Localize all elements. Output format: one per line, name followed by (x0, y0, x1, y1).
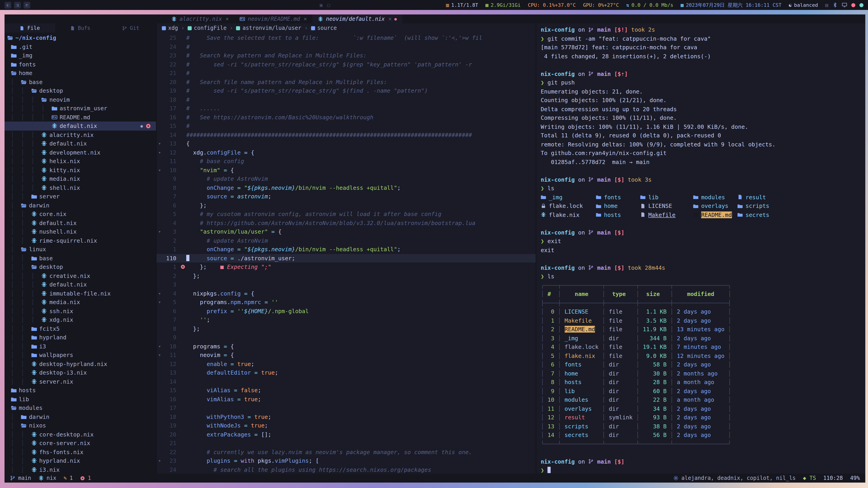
editor-line[interactable]: 20# Search file name pattern and Replace… (156, 77, 536, 86)
tab-neovim/README.md[interactable]: neovim/README.md× (234, 14, 312, 24)
tree-item-shell.nix[interactable]: │ │ │ shell.nix (4, 183, 156, 192)
close-icon[interactable]: × (225, 16, 229, 22)
tree-item-base[interactable]: │ base (4, 77, 156, 86)
editor-line[interactable]: 9 # update AstroNvim (156, 174, 536, 183)
editor-line[interactable]: 2 # update AstroNvim (156, 236, 536, 245)
editor-line[interactable]: 1 }; ■ Expecting ";" (156, 263, 536, 271)
editor-line[interactable]: 7 ''; (156, 315, 536, 324)
editor-line[interactable]: 15# (156, 122, 536, 130)
editor-line[interactable]: 5 # my cusotom astronvim config, astronv… (156, 210, 536, 219)
tree-item-media.nix[interactable]: │ │ │ media.nix (4, 174, 156, 183)
tree-item-xdg.nix[interactable]: │ │ │ xdg.nix (4, 315, 156, 324)
editor-line[interactable]: ▾11 neovim = { (156, 351, 536, 359)
tree-item-alacritty.nix[interactable]: │ │ │ alacritty.nix (4, 130, 156, 139)
tree-item-README.md[interactable]: │ │ │ │ README.md (4, 113, 156, 122)
tree-item-desktop-i3.nix[interactable]: │ │ desktop-i3.nix (4, 368, 156, 377)
tree-item-home[interactable]: home (4, 69, 156, 77)
close-icon[interactable]: × (388, 16, 392, 22)
tree-item-hyprland[interactable]: │ │ hyprland (4, 333, 156, 342)
file-tree[interactable]: ~/nix-config .git _img fonts home │ base… (4, 33, 156, 474)
tree-item-desktop[interactable]: │ │ desktop (4, 263, 156, 271)
tree-tab-git[interactable]: Git (105, 24, 156, 33)
tree-item-linux[interactable]: │ linux (4, 245, 156, 254)
tree-item-hyprland.nix[interactable]: │ │ hyprland.nix (4, 456, 156, 465)
tree-item-neovim[interactable]: │ │ │ neovim (4, 95, 156, 104)
tree-item-modules[interactable]: modules (4, 403, 156, 412)
tree-item-immutable-file.nix[interactable]: │ │ │ immutable-file.nix (4, 289, 156, 298)
editor-line[interactable]: 17# ...... (156, 104, 536, 113)
editor-line[interactable]: 21 (156, 439, 536, 448)
editor-line[interactable]: 7 source = astronvim; (156, 192, 536, 201)
editor-line[interactable]: 25# Save the selected text to a file: `:… (156, 33, 536, 42)
launcher-button[interactable]: ◩ (24, 2, 30, 8)
tree-item-wallpapers[interactable]: │ │ wallpapers (4, 351, 156, 359)
display-icon[interactable] (842, 2, 847, 8)
terminal-pane[interactable]: nix-config on main [$!] took 2s❯ git com… (536, 24, 865, 474)
editor-pane[interactable]: xdg›configFile›astronvim/lua/user›source… (156, 24, 536, 474)
editor-line[interactable]: ▾10 "nvim" = { (156, 166, 536, 174)
editor-line[interactable]: 14 (156, 377, 536, 386)
editor-line[interactable]: 3 (156, 280, 536, 289)
tree-item-desktop[interactable]: │ │ desktop (4, 86, 156, 95)
tree-item-server.nix[interactable]: │ │ server.nix (4, 377, 156, 386)
editor-line[interactable]: 6 prefix = ''${HOME}/.npm-global (156, 306, 536, 315)
tree-item-~/nix-config[interactable]: ~/nix-config (4, 33, 156, 42)
editor-line[interactable]: 1 onChange = "${pkgs.neovim}/bin/nvim --… (156, 245, 536, 254)
editor-line[interactable]: ▾3 "astronvim/lua/user" = { (156, 227, 536, 236)
editor-line[interactable]: 24 # search all the plugins using https:… (156, 465, 536, 474)
launcher-button[interactable]: ◧ (4, 2, 11, 8)
tree-item-.git[interactable]: .git (4, 42, 156, 51)
editor-line[interactable]: 16 vimAlias = true; (156, 395, 536, 403)
tree-tab-bufs[interactable]: Bufs (55, 24, 105, 33)
editor-line[interactable]: 15 viAlias = false; (156, 386, 536, 395)
editor-line[interactable]: ▾13{ (156, 139, 536, 148)
editor-line[interactable]: 19# sed -ri "s/pattern_str/replace_str/g… (156, 86, 536, 95)
tree-item-helix.nix[interactable]: │ │ │ helix.nix (4, 157, 156, 166)
tab-neovim/default.nix[interactable]: neovim/default.nix×● (312, 14, 402, 24)
tree-item-nushell.nix[interactable]: │ │ nushell.nix (4, 227, 156, 236)
breadcrumb-item[interactable]: source (311, 25, 337, 31)
tree-item-ssh.nix[interactable]: │ │ │ ssh.nix (4, 306, 156, 315)
editor-line[interactable]: ▾10 programs = { (156, 342, 536, 351)
tree-item-server[interactable]: │ │ server (4, 192, 156, 201)
tree-item-i3[interactable]: │ │ i3 (4, 342, 156, 351)
tree-item-default.nix[interactable]: │ │ │ │ default.nix● (4, 122, 156, 130)
editor-line[interactable]: 6 }; (156, 201, 536, 210)
tree-item-development.nix[interactable]: │ │ │ development.nix (4, 148, 156, 157)
status-icon[interactable] (860, 3, 864, 7)
keyboard-layout-icon[interactable]: ▤ (825, 2, 828, 8)
tree-item-i3.nix[interactable]: │ │ i3.nix (4, 465, 156, 474)
tree-item-core-desktop.nix[interactable]: │ │ core-desktop.nix (4, 430, 156, 439)
editor-line[interactable]: 12 enable = true; (156, 359, 536, 368)
tree-item-creative.nix[interactable]: │ │ │ creative.nix (4, 271, 156, 280)
bluetooth-icon[interactable] (832, 2, 838, 8)
editor-line[interactable]: 8 onChange = "${pkgs.neovim}/bin/nvim --… (156, 183, 536, 192)
tree-item-kitty.nix[interactable]: │ │ │ kitty.nix (4, 166, 156, 174)
tray-icon[interactable]: ▣ (320, 2, 322, 8)
editor-line[interactable]: 9 (156, 333, 536, 342)
tree-item-base[interactable]: │ │ base (4, 254, 156, 263)
diagnostic-error[interactable]: 1 (80, 475, 91, 481)
editor-line[interactable]: ▾12 xdg.configFile = { (156, 148, 536, 157)
editor-line[interactable]: ▾4 nixpkgs.config = { (156, 289, 536, 298)
diagnostic-hint[interactable]: ✎ 1 (64, 475, 73, 481)
editor-line[interactable]: ▾5 programs.npm.npmrc = '' (156, 298, 536, 306)
tree-item-default.nix[interactable]: │ │ default.nix (4, 219, 156, 227)
editor-line[interactable]: 110 source = ./astronvim_user; (156, 254, 536, 263)
recorder-icon[interactable] (851, 3, 855, 7)
editor-line[interactable]: 8 }; (156, 324, 536, 333)
editor-line[interactable]: 23# Search key pattern and Replace in Mu… (156, 51, 536, 60)
editor-line[interactable]: 19 withNodeJs = true; (156, 421, 536, 430)
tree-item-lib[interactable]: lib (4, 395, 156, 403)
tree-item-default.nix[interactable]: │ │ │ default.nix (4, 280, 156, 289)
editor-line[interactable]: 21# (156, 69, 536, 77)
editor-line[interactable]: 22# sed -ri "s/pattern_str/replace_str/g… (156, 60, 536, 69)
editor-line[interactable]: 18 withPython3 = true; (156, 412, 536, 421)
editor-line[interactable]: ▾23 plugins = with pkgs.vimPlugins; [ (156, 456, 536, 465)
tree-item-desktop-hyprland.nix[interactable]: │ │ desktop-hyprland.nix (4, 359, 156, 368)
editor-line[interactable]: 2 }; (156, 271, 536, 280)
tree-item-darwin[interactable]: │ darwin (4, 412, 156, 421)
editor-line[interactable]: 11 # base config (156, 157, 536, 166)
tray-icon[interactable]: ▢ (327, 2, 330, 8)
editor-line[interactable]: 24# (156, 42, 536, 51)
